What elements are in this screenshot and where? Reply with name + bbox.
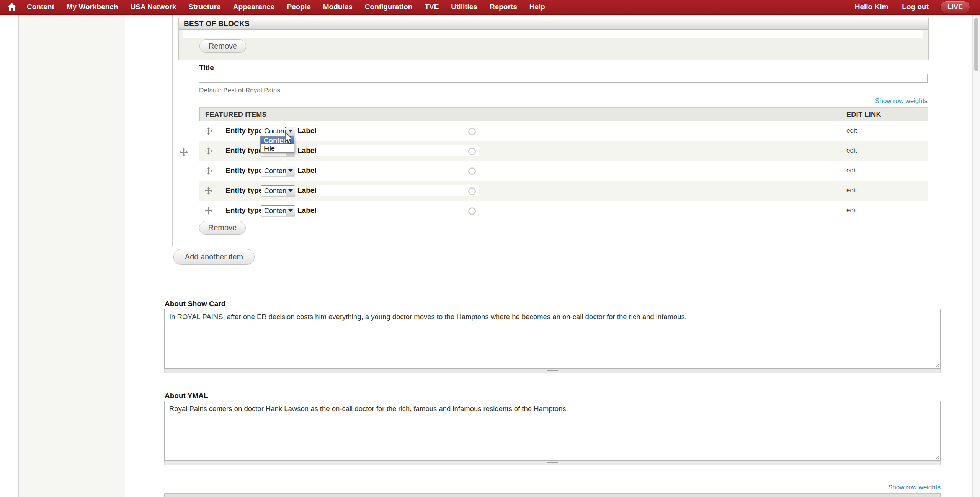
best-of-blocks-fieldset: BEST OF BLOCKS Remove: [178, 18, 929, 60]
title-help-text: Default: Best of Royal Pains: [199, 87, 280, 94]
entity-type-label: Entity type: [225, 126, 263, 135]
home-icon[interactable]: [3, 3, 21, 11]
table-row: Entity type Content Label edit: [199, 181, 928, 201]
textarea-grippie[interactable]: [164, 369, 941, 373]
drag-handle-icon[interactable]: [205, 187, 212, 195]
entity-type-label: Entity type: [225, 146, 263, 155]
entity-type-select[interactable]: Content: [261, 185, 295, 196]
entity-type-select-value: Content: [264, 167, 288, 175]
label-input[interactable]: [316, 185, 479, 196]
column-header-featured-items: FEATURED ITEMS: [199, 108, 841, 121]
title-input[interactable]: [199, 74, 928, 83]
entity-type-select[interactable]: Content: [261, 166, 295, 176]
entity-type-label: Entity type: [225, 206, 263, 215]
about-show-card-textarea[interactable]: In ROYAL PAINS, after one ER decision co…: [164, 309, 941, 369]
nav-item-people[interactable]: People: [281, 3, 317, 11]
label-label: Label: [297, 206, 317, 215]
page: Content My Workbench USA Network Structu…: [0, 0, 980, 497]
about-ymal-label: About YMAL: [165, 392, 208, 400]
label-label: Label: [297, 146, 317, 155]
left-sidebar: [18, 15, 125, 497]
label-autocomplete: [316, 125, 479, 136]
throbber-icon: [468, 128, 476, 135]
drag-handle-icon[interactable]: [205, 207, 212, 215]
nav-item-my-workbench[interactable]: My Workbench: [60, 3, 124, 11]
entity-type-label: Entity type: [225, 186, 263, 195]
about-ymal-textarea[interactable]: Royal Pains centers on doctor Hank Lawso…: [164, 401, 941, 461]
fieldset-legend: BEST OF BLOCKS: [179, 18, 928, 30]
table-row: Entity type Content Label edit: [199, 141, 928, 161]
label-input[interactable]: [316, 205, 479, 216]
select-arrow-icon: [286, 166, 295, 176]
nav-item-configuration[interactable]: Configuration: [359, 3, 419, 11]
logout-link[interactable]: Log out: [902, 3, 929, 11]
entity-type-label: Entity type: [225, 166, 263, 175]
label-input[interactable]: [316, 145, 479, 156]
label-input[interactable]: [316, 165, 479, 176]
admin-menu: Content My Workbench USA Network Structu…: [21, 3, 551, 11]
user-greeting: Hello Kim: [855, 3, 889, 11]
throbber-icon: [468, 167, 476, 175]
item-drag-handle-icon[interactable]: [180, 148, 188, 156]
page-edge-line: [962, 15, 962, 497]
live-environment-badge[interactable]: LIVE: [940, 1, 970, 13]
nav-item-structure[interactable]: Structure: [182, 3, 227, 11]
label-input[interactable]: [316, 125, 479, 136]
label-autocomplete: [316, 185, 479, 196]
throbber-icon: [468, 148, 476, 155]
table-row: Entity type Content Label edit: [199, 201, 928, 221]
show-row-weights-link[interactable]: Show row weights: [875, 97, 928, 105]
entity-type-select[interactable]: Content: [261, 205, 295, 216]
drag-handle-icon[interactable]: [205, 127, 212, 135]
nav-item-modules[interactable]: Modules: [317, 3, 359, 11]
edit-link[interactable]: edit: [846, 167, 857, 174]
edit-link[interactable]: edit: [846, 147, 857, 154]
content-left-border: [144, 15, 144, 497]
label-autocomplete: [316, 145, 479, 156]
label-label: Label: [297, 186, 317, 195]
mouse-cursor: [284, 132, 294, 146]
remove-button[interactable]: Remove: [199, 39, 246, 53]
title-label: Title: [199, 64, 214, 72]
grippie-icon: [547, 370, 558, 372]
nav-item-content[interactable]: Content: [21, 3, 60, 11]
nav-item-tve[interactable]: TVE: [418, 3, 445, 11]
drag-handle-icon[interactable]: [205, 167, 212, 175]
textarea-grippie[interactable]: [164, 461, 941, 465]
edit-link[interactable]: edit: [846, 127, 857, 135]
throbber-icon: [468, 207, 476, 215]
label-label: Label: [297, 126, 317, 135]
nav-item-appearance[interactable]: Appearance: [227, 3, 281, 11]
drag-handle-icon[interactable]: [205, 147, 212, 155]
throbber-icon: [468, 187, 476, 195]
next-section-header-sliver: [164, 493, 941, 497]
entity-type-select-value: Content: [264, 187, 288, 195]
best-of-blocks-field-input[interactable]: [183, 30, 923, 38]
table-row: Entity type Content Label edit: [199, 121, 928, 141]
scrollbar-thumb[interactable]: [974, 18, 978, 71]
scrollbar-track[interactable]: [972, 15, 980, 497]
add-another-item-button[interactable]: Add another item: [173, 249, 255, 265]
show-row-weights-link[interactable]: Show row weights: [888, 484, 941, 491]
nav-item-utilities[interactable]: Utilities: [445, 3, 483, 11]
select-arrow-icon: [286, 186, 295, 196]
entity-type-select-value: Content: [264, 207, 288, 215]
edit-link[interactable]: edit: [846, 187, 857, 194]
remove-button[interactable]: Remove: [199, 221, 246, 235]
label-label: Label: [297, 166, 317, 175]
content-right-border: [952, 15, 952, 497]
admin-toolbar: Content My Workbench USA Network Structu…: [0, 0, 980, 15]
about-show-card-label: About Show Card: [165, 300, 225, 308]
select-arrow-icon: [286, 206, 295, 216]
label-autocomplete: [316, 165, 479, 176]
label-autocomplete: [316, 205, 479, 216]
column-header-edit-link: EDIT LINK: [841, 108, 928, 121]
nav-item-usa-network[interactable]: USA Network: [124, 3, 183, 11]
nav-item-help[interactable]: Help: [523, 3, 551, 11]
featured-items-table: FEATURED ITEMS EDIT LINK Entity type Con…: [199, 107, 928, 220]
table-row: Entity type Content Label edit: [199, 161, 928, 181]
nav-item-reports[interactable]: Reports: [483, 3, 523, 11]
edit-link[interactable]: edit: [846, 207, 857, 214]
grippie-icon: [547, 462, 558, 464]
